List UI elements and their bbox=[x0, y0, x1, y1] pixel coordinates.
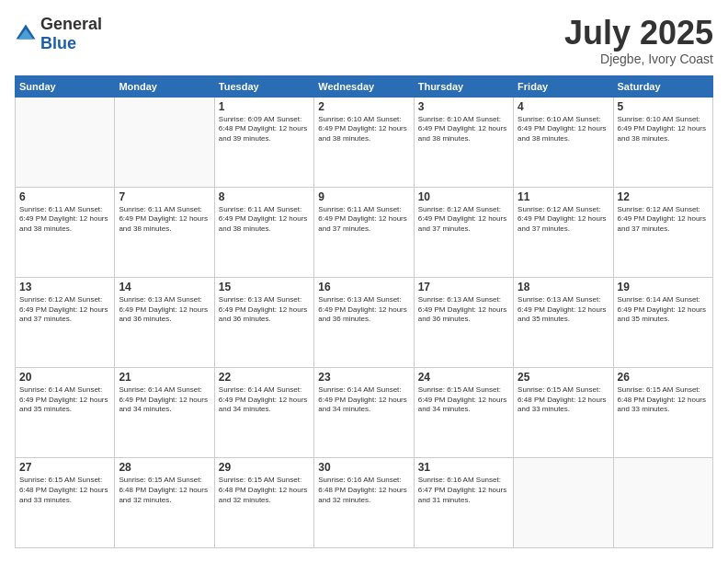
calendar-cell: 5Sunrise: 6:10 AM Sunset: 6:49 PM Daylig… bbox=[613, 97, 712, 187]
day-number: 15 bbox=[219, 281, 310, 293]
logo-icon bbox=[15, 23, 37, 45]
day-number: 7 bbox=[119, 190, 210, 203]
cell-info: Sunrise: 6:12 AM Sunset: 6:49 PM Dayligh… bbox=[618, 205, 709, 235]
calendar-cell: 15Sunrise: 6:13 AM Sunset: 6:49 PM Dayli… bbox=[214, 277, 313, 367]
calendar-cell: 10Sunrise: 6:12 AM Sunset: 6:49 PM Dayli… bbox=[414, 187, 513, 277]
calendar-cell: 4Sunrise: 6:10 AM Sunset: 6:49 PM Daylig… bbox=[514, 97, 613, 187]
day-number: 22 bbox=[219, 371, 310, 384]
calendar-cell: 3Sunrise: 6:10 AM Sunset: 6:49 PM Daylig… bbox=[414, 97, 513, 187]
calendar-cell: 21Sunrise: 6:14 AM Sunset: 6:49 PM Dayli… bbox=[115, 367, 214, 457]
day-number: 19 bbox=[618, 281, 709, 293]
header: General Blue July 2025 Djegbe, Ivory Coa… bbox=[15, 15, 713, 66]
calendar-cell: 16Sunrise: 6:13 AM Sunset: 6:49 PM Dayli… bbox=[314, 277, 414, 367]
calendar-cell: 2Sunrise: 6:10 AM Sunset: 6:49 PM Daylig… bbox=[314, 97, 414, 187]
day-number: 20 bbox=[19, 371, 110, 384]
day-number: 31 bbox=[418, 461, 509, 474]
calendar-cell: 31Sunrise: 6:16 AM Sunset: 6:47 PM Dayli… bbox=[414, 457, 513, 547]
weekday-header-saturday: Saturday bbox=[613, 75, 712, 97]
cell-info: Sunrise: 6:09 AM Sunset: 6:48 PM Dayligh… bbox=[219, 115, 310, 144]
logo-text: General Blue bbox=[40, 15, 102, 53]
day-number: 3 bbox=[418, 100, 509, 113]
day-number: 26 bbox=[618, 371, 709, 384]
calendar-week-row: 20Sunrise: 6:14 AM Sunset: 6:49 PM Dayli… bbox=[16, 367, 713, 457]
cell-info: Sunrise: 6:11 AM Sunset: 6:49 PM Dayligh… bbox=[318, 205, 409, 235]
cell-info: Sunrise: 6:15 AM Sunset: 6:48 PM Dayligh… bbox=[119, 476, 210, 505]
calendar-cell: 17Sunrise: 6:13 AM Sunset: 6:49 PM Dayli… bbox=[414, 277, 513, 367]
calendar-cell: 14Sunrise: 6:13 AM Sunset: 6:49 PM Dayli… bbox=[115, 277, 214, 367]
calendar-cell: 25Sunrise: 6:15 AM Sunset: 6:48 PM Dayli… bbox=[514, 367, 613, 457]
calendar-cell: 12Sunrise: 6:12 AM Sunset: 6:49 PM Dayli… bbox=[613, 187, 712, 277]
cell-info: Sunrise: 6:14 AM Sunset: 6:49 PM Dayligh… bbox=[219, 385, 310, 415]
calendar-cell: 1Sunrise: 6:09 AM Sunset: 6:48 PM Daylig… bbox=[214, 97, 313, 187]
cell-info: Sunrise: 6:15 AM Sunset: 6:48 PM Dayligh… bbox=[518, 385, 609, 415]
calendar-cell: 24Sunrise: 6:15 AM Sunset: 6:49 PM Dayli… bbox=[414, 367, 513, 457]
cell-info: Sunrise: 6:14 AM Sunset: 6:49 PM Dayligh… bbox=[19, 385, 110, 415]
cell-info: Sunrise: 6:14 AM Sunset: 6:49 PM Dayligh… bbox=[119, 385, 210, 415]
cell-info: Sunrise: 6:10 AM Sunset: 6:49 PM Dayligh… bbox=[618, 115, 709, 144]
calendar-cell: 6Sunrise: 6:11 AM Sunset: 6:49 PM Daylig… bbox=[16, 187, 115, 277]
cell-info: Sunrise: 6:12 AM Sunset: 6:49 PM Dayligh… bbox=[19, 295, 110, 325]
cell-info: Sunrise: 6:15 AM Sunset: 6:48 PM Dayligh… bbox=[19, 476, 110, 505]
cell-info: Sunrise: 6:13 AM Sunset: 6:49 PM Dayligh… bbox=[119, 295, 210, 325]
cell-info: Sunrise: 6:12 AM Sunset: 6:49 PM Dayligh… bbox=[518, 205, 609, 235]
day-number: 4 bbox=[518, 100, 609, 113]
day-number: 17 bbox=[418, 281, 509, 293]
calendar-cell: 9Sunrise: 6:11 AM Sunset: 6:49 PM Daylig… bbox=[314, 187, 414, 277]
calendar-week-row: 13Sunrise: 6:12 AM Sunset: 6:49 PM Dayli… bbox=[16, 277, 713, 367]
cell-info: Sunrise: 6:16 AM Sunset: 6:47 PM Dayligh… bbox=[418, 476, 509, 505]
calendar-cell: 20Sunrise: 6:14 AM Sunset: 6:49 PM Dayli… bbox=[16, 367, 115, 457]
calendar-cell: 11Sunrise: 6:12 AM Sunset: 6:49 PM Dayli… bbox=[514, 187, 613, 277]
day-number: 27 bbox=[19, 461, 110, 474]
day-number: 6 bbox=[19, 190, 110, 203]
calendar-cell: 27Sunrise: 6:15 AM Sunset: 6:48 PM Dayli… bbox=[16, 457, 115, 547]
logo-blue: Blue bbox=[40, 34, 76, 52]
calendar-cell: 22Sunrise: 6:14 AM Sunset: 6:49 PM Dayli… bbox=[214, 367, 313, 457]
calendar-cell bbox=[16, 97, 115, 187]
cell-info: Sunrise: 6:11 AM Sunset: 6:49 PM Dayligh… bbox=[119, 205, 210, 235]
calendar-cell: 7Sunrise: 6:11 AM Sunset: 6:49 PM Daylig… bbox=[115, 187, 214, 277]
calendar-table: SundayMondayTuesdayWednesdayThursdayFrid… bbox=[15, 75, 713, 548]
calendar-cell: 30Sunrise: 6:16 AM Sunset: 6:48 PM Dayli… bbox=[314, 457, 414, 547]
day-number: 21 bbox=[119, 371, 210, 384]
calendar-cell: 8Sunrise: 6:11 AM Sunset: 6:49 PM Daylig… bbox=[214, 187, 313, 277]
cell-info: Sunrise: 6:10 AM Sunset: 6:49 PM Dayligh… bbox=[518, 115, 609, 144]
weekday-header-sunday: Sunday bbox=[16, 75, 115, 97]
month-title: July 2025 bbox=[564, 15, 713, 52]
cell-info: Sunrise: 6:13 AM Sunset: 6:49 PM Dayligh… bbox=[318, 295, 409, 325]
logo-general: General bbox=[40, 15, 102, 33]
page: General Blue July 2025 Djegbe, Ivory Coa… bbox=[0, 0, 728, 563]
day-number: 12 bbox=[618, 190, 709, 203]
calendar-cell bbox=[613, 457, 712, 547]
day-number: 24 bbox=[418, 371, 509, 384]
calendar-cell: 13Sunrise: 6:12 AM Sunset: 6:49 PM Dayli… bbox=[16, 277, 115, 367]
day-number: 18 bbox=[518, 281, 609, 293]
day-number: 30 bbox=[318, 461, 409, 474]
calendar-cell: 28Sunrise: 6:15 AM Sunset: 6:48 PM Dayli… bbox=[115, 457, 214, 547]
cell-info: Sunrise: 6:10 AM Sunset: 6:49 PM Dayligh… bbox=[318, 115, 409, 144]
weekday-header-tuesday: Tuesday bbox=[214, 75, 313, 97]
location-title: Djegbe, Ivory Coast bbox=[564, 52, 713, 66]
day-number: 16 bbox=[318, 281, 409, 293]
day-number: 29 bbox=[219, 461, 310, 474]
day-number: 13 bbox=[19, 281, 110, 293]
calendar-cell: 26Sunrise: 6:15 AM Sunset: 6:48 PM Dayli… bbox=[613, 367, 712, 457]
cell-info: Sunrise: 6:10 AM Sunset: 6:49 PM Dayligh… bbox=[418, 115, 509, 144]
day-number: 11 bbox=[518, 190, 609, 203]
cell-info: Sunrise: 6:16 AM Sunset: 6:48 PM Dayligh… bbox=[318, 476, 409, 505]
calendar-cell bbox=[115, 97, 214, 187]
cell-info: Sunrise: 6:11 AM Sunset: 6:49 PM Dayligh… bbox=[19, 205, 110, 235]
weekday-header-thursday: Thursday bbox=[414, 75, 513, 97]
calendar-week-row: 27Sunrise: 6:15 AM Sunset: 6:48 PM Dayli… bbox=[16, 457, 713, 547]
cell-info: Sunrise: 6:15 AM Sunset: 6:49 PM Dayligh… bbox=[418, 385, 509, 415]
calendar-week-row: 6Sunrise: 6:11 AM Sunset: 6:49 PM Daylig… bbox=[16, 187, 713, 277]
day-number: 14 bbox=[119, 281, 210, 293]
weekday-header-friday: Friday bbox=[514, 75, 613, 97]
calendar-cell: 29Sunrise: 6:15 AM Sunset: 6:48 PM Dayli… bbox=[214, 457, 313, 547]
day-number: 9 bbox=[318, 190, 409, 203]
cell-info: Sunrise: 6:14 AM Sunset: 6:49 PM Dayligh… bbox=[618, 295, 709, 325]
cell-info: Sunrise: 6:12 AM Sunset: 6:49 PM Dayligh… bbox=[418, 205, 509, 235]
weekday-header-row: SundayMondayTuesdayWednesdayThursdayFrid… bbox=[16, 75, 713, 97]
calendar-cell bbox=[514, 457, 613, 547]
weekday-header-wednesday: Wednesday bbox=[314, 75, 414, 97]
cell-info: Sunrise: 6:13 AM Sunset: 6:49 PM Dayligh… bbox=[518, 295, 609, 325]
